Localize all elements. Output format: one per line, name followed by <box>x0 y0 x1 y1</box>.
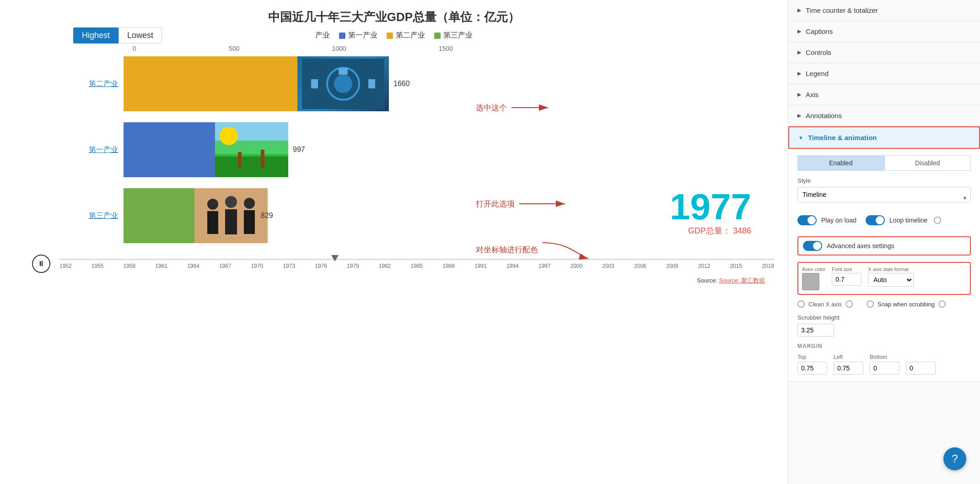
help-button[interactable]: ? <box>943 447 966 470</box>
margin-left-field: Left <box>834 354 863 375</box>
play-on-load-label: Play on load <box>821 217 856 224</box>
annotations-label: Annotations <box>806 112 842 120</box>
timeline-handle[interactable] <box>331 255 339 261</box>
clean-x-axis-info <box>845 300 853 308</box>
timeline-track[interactable] <box>59 259 774 260</box>
svg-rect-16 <box>225 209 237 234</box>
axis-arrow: ▶ <box>797 92 801 98</box>
time-counter-header[interactable]: ▶ Time counter & totalizer <box>788 0 980 21</box>
controls-arrow: ▶ <box>797 49 801 55</box>
axes-color-swatch[interactable] <box>802 273 819 290</box>
margin-bottom-input[interactable] <box>870 362 899 375</box>
panel-section-controls: ▶ Controls <box>788 42 980 63</box>
margin-top-label: Top <box>797 354 827 360</box>
scrubber-height-input[interactable] <box>797 324 834 337</box>
time-counter-label: Time counter & totalizer <box>806 6 878 14</box>
loop-timeline-label: Loop timeline <box>889 217 927 224</box>
style-select[interactable]: Timeline <box>797 187 971 202</box>
panel-section-timeline: ▼ Timeline & animation Enabled Disabled … <box>788 126 980 381</box>
margin-top-input[interactable] <box>797 362 827 375</box>
x-axis-1500: 1500 <box>439 45 453 52</box>
play-on-load-switch[interactable] <box>797 215 817 225</box>
axis-header[interactable]: ▶ Axis <box>788 84 980 105</box>
play-pause-button[interactable]: ⏸ <box>32 255 50 273</box>
svg-rect-7 <box>215 154 288 177</box>
timeline-area: ⏸ 19521955195819611964196719701973197619… <box>14 255 774 273</box>
margin-right-input[interactable] <box>906 362 936 375</box>
controls-header[interactable]: ▶ Controls <box>788 42 980 63</box>
captions-header[interactable]: ▶ Captions <box>788 21 980 42</box>
filter-buttons: Highest Lowest <box>73 27 162 44</box>
legend-label-3: 第三产业 <box>443 31 473 40</box>
scrubber-height-row: Scrubber height <box>797 314 971 337</box>
svg-rect-5 <box>368 79 375 88</box>
annotations-arrow: ▶ <box>797 113 801 119</box>
clean-x-axis-radio[interactable] <box>797 300 805 308</box>
enabled-button[interactable]: Enabled <box>797 155 884 171</box>
bar-row-2: 第二产业 1660 <box>32 54 774 114</box>
annotations-header[interactable]: ▶ Annotations <box>788 105 980 126</box>
axes-color-label: Axes color <box>802 266 825 272</box>
svg-point-17 <box>244 198 255 209</box>
source-text: Source: Source: 聚汇数据 <box>14 277 774 285</box>
timeline-header[interactable]: ▼ Timeline & animation <box>788 126 980 149</box>
margin-left-label: Left <box>834 354 863 360</box>
bar-wrapper-3: 829 <box>124 188 425 243</box>
snap-scrubbing-radio[interactable] <box>867 300 874 308</box>
bar-value-1: 997 <box>293 146 305 154</box>
scrubber-height-label: Scrubber height <box>797 314 971 321</box>
svg-point-13 <box>207 199 218 210</box>
annotation-select: 选中这个 <box>476 101 557 114</box>
timeline-content: Enabled Disabled Style Timeline Play on … <box>788 149 980 381</box>
legend-title: 产业 <box>315 31 330 40</box>
style-label: Style <box>797 177 971 184</box>
loop-timeline-switch[interactable] <box>866 215 885 225</box>
big-number: 1977 <box>670 189 751 225</box>
snap-scrubbing-label: Snap when scrubbing <box>878 301 935 308</box>
margin-label: MARGIN <box>797 343 971 349</box>
font-size-input[interactable] <box>832 273 862 286</box>
timeline-arrow: ▼ <box>798 135 803 141</box>
font-size-field: Font size <box>832 266 862 286</box>
svg-rect-4 <box>311 79 318 88</box>
svg-point-15 <box>225 196 237 208</box>
legend-color-2 <box>387 33 393 39</box>
timeline-label: Timeline & animation <box>808 134 877 141</box>
bar-label-1: 第一产业 <box>32 145 124 155</box>
axes-color-field: Axes color <box>802 266 825 290</box>
margin-section: MARGIN Top Left Bottom Righ <box>797 343 971 375</box>
clean-x-axis-label: Clean X axis <box>808 301 842 308</box>
loop-timeline-row: Loop timeline <box>866 215 941 225</box>
panel-section-time-counter: ▶ Time counter & totalizer <box>788 0 980 21</box>
x-axis-0: 0 <box>133 45 136 52</box>
advanced-axes-label: Advanced axes settings <box>827 242 894 250</box>
bar-value-2: 1660 <box>393 80 410 88</box>
advanced-axes-box: Advanced axes settings <box>797 236 971 256</box>
x-axis-date-select[interactable]: Auto <box>868 273 914 287</box>
panel-section-annotations: ▶ Annotations <box>788 105 980 126</box>
advanced-axes-switch[interactable] <box>803 241 822 251</box>
legend-color-1 <box>339 33 345 39</box>
big-number-area: 1977 GDP总量： 3486 <box>670 189 751 236</box>
bar-row-3: 第三产业 82 <box>32 186 774 245</box>
annotation-color: 对坐标轴进行配色 <box>476 238 598 261</box>
play-on-load-row: Play on load <box>797 215 856 225</box>
legend-item-2: 第二产业 <box>387 31 425 40</box>
margin-bottom-field: Bottom <box>870 354 899 375</box>
disabled-button[interactable]: Disabled <box>884 155 971 171</box>
svg-rect-14 <box>207 211 218 234</box>
chart-area: 中国近几十年三大产业GDP总量（单位：亿元） Highest Lowest 产业… <box>0 0 788 484</box>
x-axis-date-field: X axis date format Auto <box>868 266 914 287</box>
time-counter-arrow: ▶ <box>797 7 801 13</box>
bar-label-2: 第二产业 <box>32 79 124 89</box>
legend-header[interactable]: ▶ Legend <box>788 63 980 84</box>
source-link[interactable]: Source: 聚汇数据 <box>719 277 765 284</box>
clean-snap-row: Clean X axis Snap when scrubbing <box>797 300 971 308</box>
bar-label-3: 第三产业 <box>32 211 124 221</box>
lowest-button[interactable]: Lowest <box>118 27 162 44</box>
bar-image-3 <box>194 188 268 243</box>
margin-left-input[interactable] <box>834 362 863 375</box>
highest-button[interactable]: Highest <box>73 27 118 44</box>
legend-color-3 <box>434 33 441 39</box>
captions-arrow: ▶ <box>797 28 801 34</box>
